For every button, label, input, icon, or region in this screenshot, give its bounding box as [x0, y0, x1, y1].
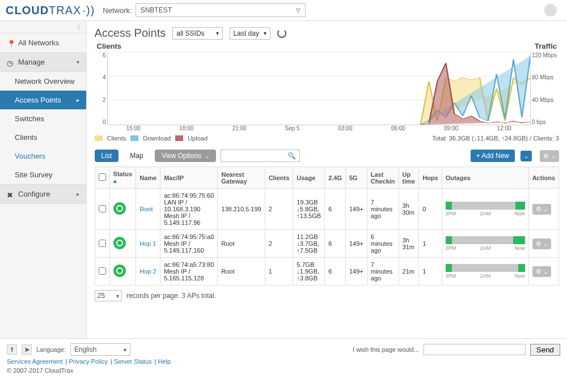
link-help[interactable]: Help	[158, 358, 171, 365]
chevron-right-icon: ▸	[77, 191, 79, 197]
sidebar-all-networks[interactable]: 📍All Networks	[0, 33, 86, 52]
col-12[interactable]: Outages	[442, 167, 528, 189]
bulk-actions[interactable]: ⚙⌄	[540, 150, 559, 162]
sidebar-item-site-survey[interactable]: Site Survey	[0, 165, 86, 184]
sidebar-item-clients[interactable]: Clients	[0, 128, 86, 147]
legend-swatch-upload	[175, 135, 183, 141]
gear-icon: ⚙	[536, 268, 541, 275]
pager-text: records per page. 3 APs total.	[126, 292, 216, 300]
twitter-icon[interactable]: ➤	[22, 344, 32, 355]
status-icon	[113, 202, 126, 215]
col-0[interactable]	[95, 167, 109, 189]
wish-input[interactable]	[424, 344, 526, 355]
page-size-select[interactable]: 25 ▾	[95, 290, 122, 301]
col-4[interactable]: Nearest Gateway	[218, 167, 265, 189]
col-3[interactable]: Mac/IP	[160, 167, 218, 189]
col-11[interactable]: Hops	[419, 167, 442, 189]
avatar[interactable]	[544, 4, 557, 16]
network-select[interactable]: SNBTEST ▽	[136, 3, 306, 17]
outage-bar	[446, 264, 525, 272]
tab-map[interactable]: Map	[123, 150, 150, 162]
link-privacy[interactable]: Privacy Policy	[69, 358, 107, 365]
sidebar-configure[interactable]: ✖Configure▸	[0, 184, 86, 204]
sidebar-item-overview[interactable]: Network Overview	[0, 72, 86, 91]
select-all-checkbox[interactable]	[99, 173, 106, 181]
ap-name-link[interactable]: Root	[139, 206, 153, 212]
y-axis-right: 120 Mbps80 Mbps40 Mbps0 bps	[531, 52, 559, 125]
sidebar-item-access-points[interactable]: Access Points	[0, 91, 86, 109]
chevron-down-icon: ⌄	[543, 269, 548, 275]
add-new-dropdown[interactable]: ⌄	[521, 151, 532, 161]
chevron-down-icon: ▾	[116, 293, 119, 299]
col-10[interactable]: Up time	[399, 167, 419, 189]
search-input[interactable]: 🔍	[221, 150, 300, 162]
cell-mac: ac:86:74:95:75:a0Mesh IP / 5.149.117.160	[160, 230, 218, 258]
y-axis-left: 6420	[95, 52, 107, 125]
top-header: CLOUDTRAX·)) Network: SNBTEST ▽	[0, 0, 567, 21]
outage-bar	[446, 202, 525, 210]
time-filter[interactable]: Last day▾	[230, 27, 270, 40]
chevron-down-icon: ▾	[77, 59, 79, 65]
table-row: Hop 1ac:86:74:95:75:a0Mesh IP / 5.149.11…	[95, 230, 558, 258]
wish-label: I wish this page would...	[353, 346, 419, 353]
ap-name-link[interactable]: Hop 2	[139, 268, 156, 275]
row-checkbox[interactable]	[99, 240, 106, 247]
ap-table: Status ▴NameMac/IPNearest GatewayClients…	[95, 167, 559, 286]
gauge-icon: ◷	[7, 59, 14, 66]
chevron-down-icon: ⌄	[205, 153, 209, 159]
col-6[interactable]: Usage	[293, 167, 325, 189]
footer-links: Services Agreement | Privacy Policy | Se…	[7, 358, 560, 365]
row-actions[interactable]: ⚙⌄	[532, 204, 551, 215]
table-row: Rootac:86:74:95:75:60LAN IP / 10.168.3.1…	[95, 189, 558, 230]
chevron-down-icon: ▽	[296, 7, 301, 14]
col-1[interactable]: Status ▴	[109, 167, 136, 189]
language-select[interactable]: English▾	[70, 343, 130, 356]
network-label: Network:	[103, 6, 132, 15]
chevron-down-icon: ⌄	[543, 206, 548, 212]
sidebar-manage[interactable]: ◷Manage▾	[0, 52, 86, 72]
row-actions[interactable]: ⚙⌄	[532, 266, 551, 277]
facebook-icon[interactable]: f	[7, 344, 17, 355]
sidebar-item-vouchers[interactable]: Vouchers	[0, 147, 86, 165]
pin-icon: 📍	[7, 40, 14, 46]
language-label: Language:	[36, 346, 66, 353]
network-value: SNBTEST	[141, 6, 172, 14]
col-5[interactable]: Clients	[265, 167, 293, 189]
add-new-button[interactable]: + Add New	[471, 150, 515, 162]
footer: f ➤ Language: English▾ I wish this page …	[0, 338, 567, 378]
cell-mac: ac:86:74:a5:73:80Mesh IP / 5.165.115.128	[160, 258, 218, 286]
main-content: Access Points all SSIDs▾ Last day▾ Clien…	[87, 21, 567, 338]
chevron-down-icon: ▾	[124, 347, 126, 353]
sidebar-collapse[interactable]: 〈	[0, 21, 86, 33]
page-title: Access Points	[95, 27, 166, 40]
clients-chart-label: Clients	[97, 42, 121, 50]
row-actions[interactable]: ⚙⌄	[532, 238, 551, 249]
row-checkbox[interactable]	[99, 205, 106, 212]
cell-mac: ac:86:74:95:75:60LAN IP / 10.168.3.190Me…	[160, 189, 218, 230]
wifi-icon: ·))	[82, 4, 95, 17]
col-13[interactable]: Actions	[528, 167, 558, 189]
row-checkbox[interactable]	[99, 267, 106, 275]
legend-swatch-clients	[95, 135, 103, 141]
legend-swatch-download	[130, 135, 138, 141]
send-button[interactable]: Send	[530, 344, 560, 356]
chevron-down-icon: ▾	[216, 30, 219, 36]
chart-legend: Clients Download Upload Total: 36.3GB (↓…	[95, 135, 559, 142]
col-7[interactable]: 2.4G	[325, 167, 346, 189]
tab-list[interactable]: List	[95, 150, 119, 162]
col-2[interactable]: Name	[136, 167, 160, 189]
col-9[interactable]: Last Checkin	[367, 167, 399, 189]
link-status[interactable]: Server Status	[114, 358, 152, 365]
link-services[interactable]: Services Agreement	[7, 358, 62, 365]
chevron-down-icon: ⌄	[551, 153, 556, 159]
col-8[interactable]: 5G	[345, 167, 367, 189]
ssid-filter[interactable]: all SSIDs▾	[172, 27, 222, 40]
ap-name-link[interactable]: Hop 1	[139, 240, 156, 247]
chevron-left-icon: 〈	[74, 22, 81, 32]
outage-bar	[446, 236, 525, 244]
view-options[interactable]: View Options⌄	[155, 150, 216, 162]
sidebar-item-switches[interactable]: Switches	[0, 109, 86, 128]
sidebar: 〈 📍All Networks ◷Manage▾ Network Overvie…	[0, 21, 87, 338]
refresh-icon[interactable]	[277, 29, 286, 38]
table-row: Hop 2ac:86:74:a5:73:80Mesh IP / 5.165.11…	[95, 258, 558, 286]
